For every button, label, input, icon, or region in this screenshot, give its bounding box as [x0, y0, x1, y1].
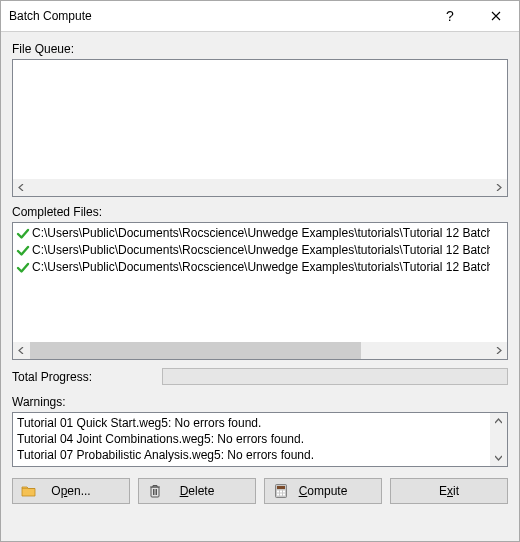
completed-files-content: C:\Users\Public\Documents\Rocscience\Unw…: [16, 225, 490, 342]
calculator-icon: [273, 483, 289, 499]
check-icon: [16, 244, 30, 258]
scroll-right-icon[interactable]: [490, 179, 507, 196]
svg-rect-4: [280, 491, 282, 493]
folder-icon: [21, 483, 37, 499]
scroll-right-icon[interactable]: [490, 342, 507, 359]
compute-button[interactable]: Compute: [264, 478, 382, 504]
warnings-label: Warnings:: [12, 395, 508, 409]
help-icon: ?: [446, 8, 454, 24]
list-item[interactable]: C:\Users\Public\Documents\Rocscience\Unw…: [16, 242, 490, 259]
client-area: File Queue: Completed Files: C:\Users\Pu…: [1, 32, 519, 541]
file-queue-content: [16, 62, 490, 179]
total-progress-label: Total Progress:: [12, 370, 162, 384]
scroll-thumb[interactable]: [30, 342, 361, 359]
help-button[interactable]: ?: [427, 1, 473, 31]
open-label: Open...: [51, 484, 90, 498]
scroll-down-icon[interactable]: [490, 449, 507, 466]
open-button[interactable]: Open...: [12, 478, 130, 504]
file-path: C:\Users\Public\Documents\Rocscience\Unw…: [32, 259, 490, 276]
total-progress-row: Total Progress:: [12, 368, 508, 385]
svg-rect-5: [283, 491, 285, 493]
check-icon: [16, 227, 30, 241]
file-queue-hscroll[interactable]: [13, 179, 507, 196]
scroll-up-icon[interactable]: [490, 413, 507, 430]
completed-files-label: Completed Files:: [12, 205, 508, 219]
delete-label: Delete: [180, 484, 215, 498]
close-button[interactable]: [473, 1, 519, 31]
scroll-left-icon[interactable]: [13, 179, 30, 196]
completed-files-list[interactable]: C:\Users\Public\Documents\Rocscience\Unw…: [12, 222, 508, 360]
file-path: C:\Users\Public\Documents\Rocscience\Unw…: [32, 242, 490, 259]
compute-label: Compute: [299, 484, 348, 498]
file-path: C:\Users\Public\Documents\Rocscience\Unw…: [32, 225, 490, 242]
list-item[interactable]: C:\Users\Public\Documents\Rocscience\Unw…: [16, 225, 490, 242]
svg-rect-3: [277, 491, 279, 493]
file-queue-list[interactable]: [12, 59, 508, 197]
check-icon: [16, 261, 30, 275]
button-row: Open... Delete: [12, 478, 508, 504]
delete-button[interactable]: Delete: [138, 478, 256, 504]
titlebar: Batch Compute ?: [1, 1, 519, 32]
svg-rect-8: [283, 494, 285, 496]
file-queue-label: File Queue:: [12, 42, 508, 56]
warnings-vscroll[interactable]: [490, 413, 507, 466]
progress-bar: [162, 368, 508, 385]
svg-rect-6: [277, 494, 279, 496]
warnings-box[interactable]: Tutorial 01 Quick Start.weg5: No errors …: [12, 412, 508, 467]
close-icon: [491, 11, 501, 21]
svg-rect-7: [280, 494, 282, 496]
scroll-left-icon[interactable]: [13, 342, 30, 359]
list-item[interactable]: C:\Users\Public\Documents\Rocscience\Unw…: [16, 259, 490, 276]
trash-icon: [147, 483, 163, 499]
exit-label: Exit: [439, 484, 459, 498]
window-title: Batch Compute: [1, 9, 427, 23]
batch-compute-dialog: Batch Compute ? File Queue:: [0, 0, 520, 542]
warnings-content: Tutorial 01 Quick Start.weg5: No errors …: [17, 415, 490, 464]
svg-rect-2: [277, 486, 285, 489]
exit-button[interactable]: Exit: [390, 478, 508, 504]
completed-files-hscroll[interactable]: [13, 342, 507, 359]
